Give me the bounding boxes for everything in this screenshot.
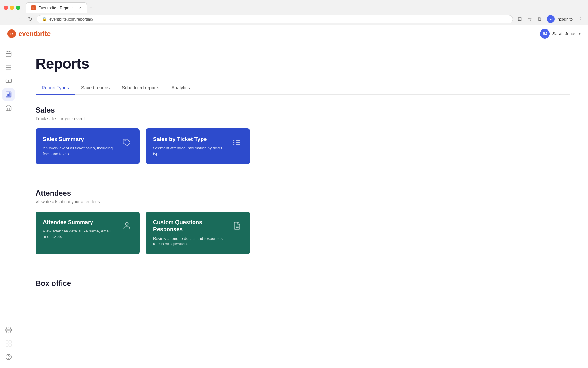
tab-scheduled-reports[interactable]: Scheduled reports — [116, 82, 165, 95]
refresh-button[interactable]: ↻ — [26, 15, 34, 23]
svg-rect-13 — [9, 344, 11, 346]
window-controls: ⋯ — [576, 4, 582, 11]
sidebar — [0, 43, 17, 368]
sales-section-subtitle: Track sales for your event — [36, 116, 570, 121]
sales-summary-icon — [121, 137, 132, 148]
extensions-button[interactable]: ⧉ — [535, 15, 544, 23]
sales-by-ticket-desc: Segment attendee information by ticket t… — [153, 145, 227, 156]
sidebar-item-orders[interactable] — [2, 61, 15, 74]
tabs: Report Types Saved reports Scheduled rep… — [36, 82, 570, 95]
user-avatar: SJ — [540, 29, 550, 39]
sidebar-item-help[interactable] — [2, 351, 15, 363]
tab-analytics[interactable]: Analytics — [165, 82, 196, 95]
browser-chrome: e Eventbrite - Reports × + ⋯ ← → ↻ 🔒 eve… — [0, 0, 588, 26]
sales-by-ticket-content: Sales by Ticket Type Segment attendee in… — [153, 136, 227, 157]
user-menu[interactable]: SJ Sarah Jonas ▾ — [540, 29, 581, 39]
attendee-summary-card[interactable]: Attendee Summary View attendee details l… — [36, 212, 140, 254]
attendees-section: Attendees View details about your attend… — [36, 189, 570, 254]
bookmark-button[interactable]: ☆ — [525, 15, 534, 23]
custom-questions-card[interactable]: Custom Questions Responses Review attend… — [146, 212, 250, 254]
attendee-summary-content: Attendee Summary View attendee details l… — [43, 219, 116, 240]
browser-tab[interactable]: e Eventbrite - Reports × — [26, 2, 87, 13]
sales-report-cards: Sales Summary An overview of all ticket … — [36, 128, 570, 164]
forward-button[interactable]: → — [15, 15, 23, 23]
profile-label: Incognito — [556, 17, 573, 21]
svg-rect-10 — [6, 341, 8, 343]
profile-avatar: SJ — [547, 15, 555, 23]
sales-attendees-divider — [36, 179, 570, 179]
svg-rect-11 — [9, 341, 11, 343]
custom-questions-title: Custom Questions Responses — [153, 219, 227, 233]
chevron-down-icon: ▾ — [579, 32, 581, 36]
sales-summary-content: Sales Summary An overview of all ticket … — [43, 136, 116, 157]
user-name: Sarah Jonas — [552, 31, 576, 36]
page-title: Reports — [36, 55, 570, 72]
attendee-summary-icon — [121, 220, 132, 231]
svg-point-9 — [8, 329, 9, 331]
eventbrite-logo: e eventbrite — [7, 29, 51, 38]
cast-button[interactable]: ⊡ — [515, 15, 524, 23]
logo-icon: e — [7, 29, 16, 38]
attendee-summary-title: Attendee Summary — [43, 219, 116, 226]
traffic-lights — [4, 6, 20, 10]
tab-close-button[interactable]: × — [79, 5, 82, 10]
sales-by-ticket-title: Sales by Ticket Type — [153, 136, 227, 143]
sales-summary-card[interactable]: Sales Summary An overview of all ticket … — [36, 128, 140, 164]
tab-report-types[interactable]: Report Types — [36, 82, 75, 95]
sidebar-item-reports[interactable] — [2, 88, 15, 101]
sales-section: Sales Track sales for your event Sales S… — [36, 106, 570, 164]
sidebar-item-events[interactable] — [2, 48, 15, 60]
sales-section-title: Sales — [36, 106, 570, 114]
boxoffice-section-title: Box office — [36, 279, 570, 288]
sales-by-ticket-type-card[interactable]: Sales by Ticket Type Segment attendee in… — [146, 128, 250, 164]
back-button[interactable]: ← — [4, 15, 12, 23]
sales-by-ticket-icon — [232, 137, 243, 148]
boxoffice-section: Box office — [36, 279, 570, 288]
svg-point-23 — [125, 222, 128, 225]
close-traffic-light[interactable] — [4, 6, 8, 10]
tab-title: Eventbrite - Reports — [38, 6, 74, 10]
address-bar[interactable]: 🔒 eventbrite.com/reporting/ — [37, 15, 513, 23]
sidebar-item-promotions[interactable] — [2, 75, 15, 87]
sales-summary-title: Sales Summary — [43, 136, 116, 143]
main-content: Reports Report Types Saved reports Sched… — [17, 43, 588, 368]
logo-text: eventbrite — [18, 30, 51, 38]
custom-questions-desc: Review attendee details and responses to… — [153, 236, 227, 247]
browser-toolbar: ← → ↻ 🔒 eventbrite.com/reporting/ ⊡ ☆ ⧉ … — [0, 13, 588, 26]
new-tab-button[interactable]: + — [87, 4, 95, 13]
tab-bar: e Eventbrite - Reports × + — [26, 2, 95, 13]
custom-questions-content: Custom Questions Responses Review attend… — [153, 219, 227, 247]
svg-rect-0 — [6, 52, 11, 57]
attendees-section-subtitle: View details about your attendees — [36, 199, 570, 204]
address-url: eventbrite.com/reporting/ — [49, 17, 93, 21]
attendees-boxoffice-divider — [36, 269, 570, 269]
profile-initials: SJ — [549, 17, 553, 21]
maximize-traffic-light[interactable] — [16, 6, 20, 10]
user-initials: SJ — [542, 31, 547, 36]
profile-button[interactable]: SJ Incognito — [545, 14, 575, 24]
more-button[interactable]: ⋮ — [576, 15, 584, 23]
attendees-section-title: Attendees — [36, 189, 570, 197]
sidebar-item-apps[interactable] — [2, 337, 15, 350]
sidebar-item-settings[interactable] — [2, 324, 15, 336]
tab-saved-reports[interactable]: Saved reports — [75, 82, 116, 95]
browser-titlebar: e Eventbrite - Reports × + ⋯ — [0, 0, 588, 13]
svg-rect-12 — [6, 344, 8, 346]
custom-questions-icon — [232, 220, 243, 231]
attendees-report-cards: Attendee Summary View attendee details l… — [36, 212, 570, 254]
sidebar-item-finance[interactable] — [2, 102, 15, 114]
toolbar-actions: ⊡ ☆ ⧉ SJ Incognito ⋮ — [515, 14, 584, 24]
top-nav: e eventbrite SJ Sarah Jonas ▾ — [0, 25, 588, 43]
address-lock-icon: 🔒 — [42, 17, 47, 21]
attendee-summary-desc: View attendee details like name, email, … — [43, 228, 116, 240]
sales-summary-desc: An overview of all ticket sales, includi… — [43, 145, 116, 156]
minimize-traffic-light[interactable] — [10, 6, 14, 10]
tab-favicon: e — [31, 5, 36, 10]
app-layout: e eventbrite SJ Sarah Jonas ▾ — [0, 26, 588, 368]
